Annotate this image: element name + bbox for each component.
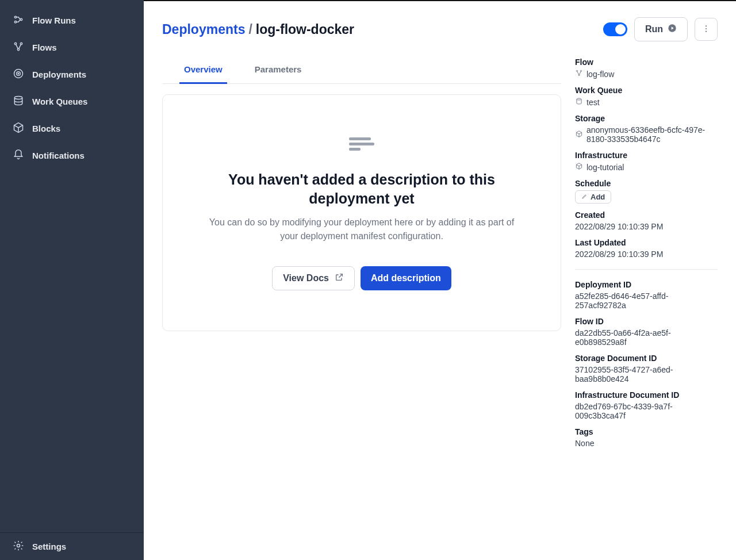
view-docs-label: View Docs: [283, 273, 329, 283]
external-link-icon: [335, 273, 344, 284]
svg-point-18: [577, 98, 581, 100]
tags-value: None: [575, 439, 718, 448]
flow-value-row[interactable]: log-flow: [575, 69, 718, 79]
sidebar-item-label: Flow Runs: [32, 16, 76, 25]
settings-icon: [13, 540, 24, 553]
add-description-button[interactable]: Add description: [361, 266, 451, 290]
svg-point-8: [18, 73, 19, 74]
empty-description-card: You haven't added a description to this …: [162, 94, 561, 331]
nav-bottom: Settings: [0, 532, 144, 560]
infrastructure-value: log-tutorial: [586, 163, 624, 172]
svg-point-4: [20, 43, 22, 44]
storage-doc-value: 37102955-83f5-4727-a6ed-baa9b8b0e424: [575, 365, 718, 383]
view-docs-button[interactable]: View Docs: [272, 266, 355, 290]
work-queue-label: Work Queue: [575, 86, 718, 95]
breadcrumb: Deployments / log-flow-docker: [162, 22, 354, 37]
svg-point-0: [14, 16, 16, 18]
sidebar-item-flow-runs[interactable]: Flow Runs: [0, 7, 144, 34]
deployments-icon: [13, 68, 24, 81]
flow-label: Flow: [575, 57, 718, 67]
tab-parameters[interactable]: Parameters: [250, 57, 306, 83]
infrastructure-label: Infrastructure: [575, 151, 718, 160]
sidebar-item-label: Settings: [32, 542, 66, 551]
svg-point-3: [14, 43, 16, 44]
deployment-id-label: Deployment ID: [575, 280, 718, 289]
work-queue-value: test: [586, 98, 600, 107]
storage-label: Storage: [575, 114, 718, 123]
updated-label: Last Updated: [575, 238, 718, 247]
cube-icon: [575, 162, 583, 172]
main: Deployments / log-flow-docker Run Overvi…: [144, 0, 736, 560]
flow-runs-icon: [13, 14, 24, 27]
description-empty-icon: [349, 135, 374, 153]
run-button[interactable]: Run: [634, 17, 688, 41]
sidebar-item-deployments[interactable]: Deployments: [0, 61, 144, 88]
sidebar-item-label: Deployments: [32, 70, 86, 79]
svg-point-1: [14, 21, 16, 23]
sidebar: Flow Runs Flows Deployments Work Queues …: [0, 0, 144, 560]
deployment-enabled-toggle[interactable]: [603, 22, 627, 36]
flows-icon: [13, 41, 24, 54]
add-schedule-label: Add: [591, 193, 605, 201]
flow-value: log-flow: [586, 70, 614, 79]
play-icon: [668, 24, 677, 35]
flow-id-label: Flow ID: [575, 317, 718, 326]
content-row: Overview Parameters You haven't added a …: [162, 57, 718, 455]
svg-point-12: [706, 25, 707, 26]
created-value: 2022/08/29 10:10:39 PM: [575, 222, 718, 231]
svg-point-14: [706, 30, 707, 32]
sidebar-item-label: Blocks: [32, 124, 60, 133]
storage-value: anonymous-6336eefb-6cfc-497e-8180-333535…: [586, 125, 718, 144]
more-actions-button[interactable]: [695, 18, 718, 41]
nav-top: Flow Runs Flows Deployments Work Queues …: [0, 0, 144, 532]
svg-point-5: [17, 48, 19, 50]
svg-point-2: [20, 18, 22, 20]
tags-label: Tags: [575, 427, 718, 436]
work-queue-value-row[interactable]: test: [575, 97, 718, 107]
tabs: Overview Parameters: [162, 57, 561, 84]
empty-title: You haven't added a description to this …: [224, 170, 500, 208]
header-actions: Run: [603, 17, 718, 41]
infra-doc-value: db2ed769-67bc-4339-9a7f-009c3b3ca47f: [575, 402, 718, 420]
sidebar-item-settings[interactable]: Settings: [0, 533, 144, 560]
sidebar-item-flows[interactable]: Flows: [0, 34, 144, 61]
storage-doc-label: Storage Document ID: [575, 354, 718, 363]
svg-point-17: [578, 74, 580, 75]
kebab-icon: [702, 24, 711, 35]
sidebar-item-label: Flows: [32, 43, 57, 52]
flow-id-value: da22db55-0a66-4f2a-ae5f-e0b898529a8f: [575, 328, 718, 347]
deployment-id-value: a52fe285-d646-4e57-affd-257acf92782a: [575, 291, 718, 310]
sidebar-item-work-queues[interactable]: Work Queues: [0, 88, 144, 115]
breadcrumb-parent[interactable]: Deployments: [162, 22, 245, 37]
header-row: Deployments / log-flow-docker Run: [162, 17, 718, 41]
tab-overview[interactable]: Overview: [179, 57, 227, 84]
infrastructure-value-row[interactable]: log-tutorial: [575, 162, 718, 172]
flow-icon: [575, 69, 583, 79]
database-icon: [575, 97, 583, 107]
breadcrumb-current: log-flow-docker: [256, 22, 354, 37]
work-queues-icon: [13, 95, 24, 108]
cube-icon: [575, 130, 583, 140]
details-divider: [575, 269, 718, 270]
sidebar-item-label: Notifications: [32, 151, 85, 160]
svg-point-16: [580, 70, 581, 71]
content-left: Overview Parameters You haven't added a …: [162, 57, 561, 455]
svg-point-13: [706, 28, 707, 29]
sidebar-item-notifications[interactable]: Notifications: [0, 142, 144, 169]
details-panel: Flow log-flow Work Queue test Storage an…: [575, 57, 718, 455]
sidebar-item-blocks[interactable]: Blocks: [0, 115, 144, 142]
infra-doc-label: Infrastructure Document ID: [575, 390, 718, 400]
breadcrumb-separator: /: [248, 22, 252, 37]
empty-subtitle: You can do so by modifying your deployme…: [201, 216, 523, 243]
add-schedule-button[interactable]: Add: [575, 190, 611, 204]
blocks-icon: [13, 122, 24, 135]
run-button-label: Run: [645, 24, 663, 34]
storage-value-row[interactable]: anonymous-6336eefb-6cfc-497e-8180-333535…: [575, 125, 718, 144]
svg-point-15: [576, 70, 577, 71]
updated-value: 2022/08/29 10:10:39 PM: [575, 250, 718, 259]
created-label: Created: [575, 210, 718, 220]
empty-actions: View Docs Add description: [272, 266, 451, 290]
schedule-label: Schedule: [575, 179, 718, 188]
pencil-icon: [581, 193, 588, 201]
sidebar-item-label: Work Queues: [32, 97, 87, 106]
